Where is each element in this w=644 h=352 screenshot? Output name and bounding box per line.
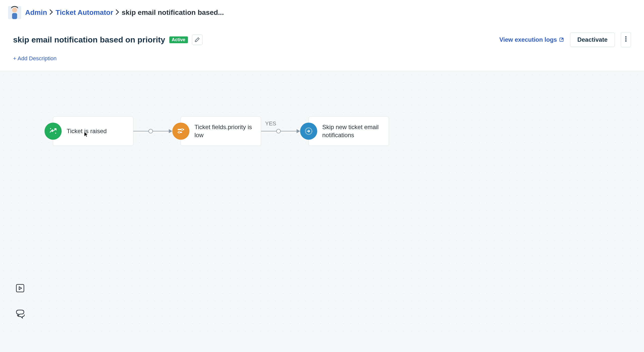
breadcrumb-ticket-automator[interactable]: Ticket Automator [56,9,113,17]
spark-icon [49,127,58,136]
description-row: + Add Description [0,51,644,71]
breadcrumbs: Admin Ticket Automator skip email notifi… [25,9,224,17]
trigger-label: Ticket is raised [67,127,107,135]
svg-rect-1 [12,13,17,19]
connector-yes-label: YES [265,120,276,127]
header: Admin Ticket Automator skip email notifi… [0,0,644,25]
play-square-icon [15,283,25,293]
avatar [8,6,21,19]
connector-1[interactable] [133,131,172,131]
condition-label: Ticket fields.priority is low [194,123,255,139]
connector-handle[interactable] [276,129,281,133]
svg-point-0 [12,8,17,13]
filter-icon [177,127,185,135]
view-logs-label: View execution logs [499,36,557,43]
breadcrumb-admin[interactable]: Admin [25,9,47,17]
titlebar: skip email notification based on priorit… [0,25,644,51]
connector-2[interactable] [261,131,300,131]
more-vertical-icon [625,36,627,42]
chat-icon [15,309,25,319]
pencil-icon [195,37,200,42]
edit-title-button[interactable] [192,34,203,45]
action-node[interactable]: Skip new ticket email notifications [308,116,389,146]
external-link-icon [559,37,564,42]
chevron-right-icon [50,9,53,17]
svg-rect-13 [16,284,24,292]
svg-point-5 [625,40,627,42]
title-left: skip email notification based on priorit… [13,34,203,45]
svg-point-3 [625,36,627,38]
title-actions: View execution logs Deactivate [499,32,631,47]
action-icon [300,123,317,140]
more-options-button[interactable] [621,32,631,47]
breadcrumb-current: skip email notification based... [122,9,224,17]
action-label: Skip new ticket email notifications [322,123,383,139]
arrow-right-icon [297,129,300,133]
svg-point-7 [55,133,56,134]
avatar-icon [9,6,20,19]
connector-handle[interactable] [148,129,153,133]
page-title: skip email notification based on priorit… [13,35,165,44]
svg-point-10 [181,129,183,130]
floating-actions [14,282,26,320]
trigger-icon [45,123,62,140]
status-badge: Active [169,36,188,43]
add-description-link[interactable]: + Add Description [13,55,57,62]
chat-button[interactable] [14,308,26,320]
workflow-canvas[interactable]: Ticket is raised Ticket fields.priority … [0,71,644,335]
view-logs-link[interactable]: View execution logs [499,36,564,43]
arrow-circle-icon [304,127,313,135]
condition-icon [172,123,189,140]
trigger-node[interactable]: Ticket is raised [53,116,133,146]
arrow-right-icon [169,129,172,133]
preview-button[interactable] [14,282,26,294]
svg-point-6 [50,128,51,129]
chevron-right-icon [116,9,119,17]
deactivate-button[interactable]: Deactivate [570,32,615,47]
svg-point-11 [178,131,180,133]
svg-point-4 [625,38,627,40]
condition-node[interactable]: Ticket fields.priority is low [181,116,261,146]
